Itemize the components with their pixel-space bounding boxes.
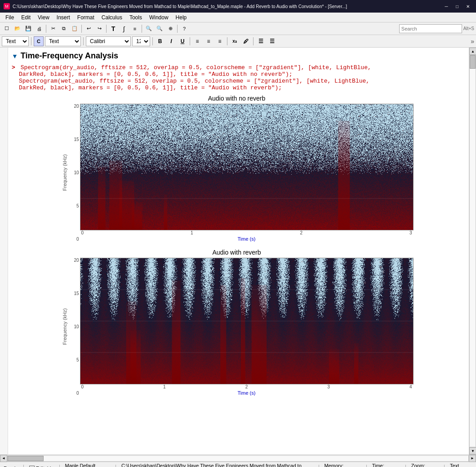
status-sep5 <box>366 465 367 467</box>
search-box[interactable]: Alt+S <box>399 24 474 33</box>
xtick2-0: 0 <box>81 384 84 389</box>
spectrogram1-canvas <box>80 104 414 230</box>
restore-button[interactable]: □ <box>453 3 462 10</box>
sep7 <box>83 37 84 45</box>
spectrogram2-plot-area: 0 1 2 3 4 Time (s) <box>80 258 414 396</box>
spectrogram1-plot-area: 0 1 2 3 Time (s) <box>80 104 414 242</box>
scroll-down-button[interactable]: ▼ <box>469 447 476 454</box>
italic-button[interactable]: I <box>166 36 176 46</box>
scroll-up-button[interactable]: ▲ <box>469 48 476 55</box>
code-text-3: Spectrogram(wet_audio, fftsize = 512, ov… <box>19 78 369 84</box>
paste-button[interactable]: 📋 <box>70 24 80 34</box>
bullet-list-button[interactable]: ☰ <box>256 36 266 46</box>
plot-button[interactable]: ≡ <box>130 24 140 34</box>
spectrogram2-xticks: 0 1 2 3 4 <box>80 384 413 389</box>
menu-view[interactable]: View <box>34 13 53 22</box>
menu-bar: File Edit View Insert Format Calculus To… <box>0 13 476 22</box>
highlight-button[interactable]: 🖊 <box>241 36 251 46</box>
open-button[interactable]: 📂 <box>13 24 22 34</box>
scroll-track[interactable] <box>469 55 476 447</box>
zoom-in-button[interactable]: 🔍 <box>155 24 165 34</box>
spectrogram2-xlabel: Time (s) <box>238 390 256 396</box>
font-dropdown[interactable]: Calibri <box>86 36 131 46</box>
collapse-toolbar-button[interactable]: » <box>471 38 474 45</box>
ytick2-10: 10 <box>74 324 79 329</box>
sep2 <box>81 25 82 33</box>
xtick1-1: 1 <box>191 230 193 235</box>
spectrogram2-ylabel: Frequency (kHz) <box>60 258 69 396</box>
status-bar: Ready ✓ Editable Maple Default Profile C… <box>0 462 476 467</box>
align-center-button[interactable]: ≡ <box>204 36 214 46</box>
save-button[interactable]: 💾 <box>23 24 33 34</box>
content-area[interactable]: ▼ Time-Frequency Analysis > Spectrogram(… <box>8 48 469 454</box>
section-title: Time-Frequency Analysis <box>21 51 118 61</box>
menu-file[interactable]: File <box>2 13 18 22</box>
xtick2-3: 3 <box>327 384 330 389</box>
minimize-button[interactable]: ─ <box>442 3 451 10</box>
left-margin <box>0 48 8 454</box>
redo-button[interactable]: ↪ <box>94 24 104 34</box>
menu-help[interactable]: Help <box>172 13 191 22</box>
status-zoom: Zoom: 100% <box>411 463 439 467</box>
bold-button[interactable]: B <box>155 36 165 46</box>
cut-button[interactable]: ✂ <box>48 24 58 34</box>
text-mode-button[interactable]: T <box>108 24 118 34</box>
spectrogram1-title: Audio with no reverb <box>12 95 462 102</box>
ytick2-0: 0 <box>76 391 79 396</box>
menu-window[interactable]: Window <box>146 13 172 22</box>
status-path: C:\Users\skhan\Desktop\Why Have These Fi… <box>121 463 313 467</box>
spectrogram1-xlabel: Time (s) <box>238 236 256 242</box>
title-left: M C:\Users\skhan\Desktop\Why Have These … <box>4 3 347 9</box>
status-mode: Text Mode <box>450 463 472 467</box>
hscroll-thumb[interactable] <box>8 456 44 461</box>
spectrogram1-container: Audio with no reverb Frequency (kHz) 20 … <box>12 95 462 242</box>
collapse-triangle[interactable]: ▼ <box>12 53 18 60</box>
spectrogram2-canvas-area <box>80 258 414 384</box>
scroll-thumb[interactable] <box>470 55 476 69</box>
search-input[interactable] <box>399 24 462 33</box>
numbered-list-button[interactable]: ☰ <box>267 36 277 46</box>
underline-button[interactable]: U <box>178 36 187 46</box>
new-button[interactable]: ☐ <box>2 24 12 34</box>
xtick2-1: 1 <box>163 384 166 389</box>
close-button[interactable]: ✕ <box>463 3 472 10</box>
hscroll-track[interactable] <box>7 455 469 462</box>
help-button[interactable]: ? <box>179 24 189 34</box>
ytick-5: 5 <box>76 203 79 208</box>
mode-dropdown[interactable]: Text Math <box>2 36 29 46</box>
code-line2: DarkRed, black], markers = [0, 0.5, 0.6,… <box>12 71 462 78</box>
ytick-0: 0 <box>76 237 79 242</box>
spectrogram2-yticks: 20 15 10 5 0 <box>70 258 80 396</box>
undo-button[interactable]: ↩ <box>84 24 93 34</box>
menu-insert[interactable]: Insert <box>53 13 74 22</box>
scroll-right-button[interactable]: ► <box>469 455 476 462</box>
xtick1-2: 2 <box>300 230 303 235</box>
align-right-button[interactable]: ≡ <box>215 36 225 46</box>
print-button[interactable]: 🖨 <box>34 24 44 34</box>
ytick2-20: 20 <box>74 258 79 263</box>
horizontal-scrollbar[interactable]: ◄ ► <box>0 454 476 462</box>
status-time: Time: 19.39s <box>372 463 400 467</box>
menu-format[interactable]: Format <box>74 13 98 22</box>
align-left-button[interactable]: ≡ <box>192 36 202 46</box>
vertical-scrollbar[interactable]: ▲ ▼ <box>469 48 476 454</box>
menu-tools[interactable]: Tools <box>126 13 146 22</box>
subscript-button[interactable]: x₂ <box>230 36 240 46</box>
style-indicator: C <box>34 36 44 46</box>
sep5 <box>177 25 178 33</box>
menu-edit[interactable]: Edit <box>18 13 34 22</box>
style-dropdown[interactable]: Text <box>45 36 81 46</box>
scroll-left-button[interactable]: ◄ <box>0 455 7 462</box>
status-sep7 <box>444 465 445 467</box>
editable-checkbox[interactable]: ✓ <box>29 466 35 467</box>
zoom-out-button[interactable]: 🔍 <box>144 24 154 34</box>
copy-button[interactable]: ⧉ <box>59 24 69 34</box>
sep1 <box>46 25 46 33</box>
main-area: ▼ Time-Frequency Analysis > Spectrogram(… <box>0 48 476 454</box>
size-dropdown[interactable]: 12 <box>132 36 150 46</box>
math-mode-button[interactable]: ∫ <box>119 24 129 34</box>
zoom-restore-button[interactable]: ⊕ <box>165 24 175 34</box>
format-toolbar: Text Math C Text Calibri 12 B I U ≡ ≡ ≡ … <box>0 35 476 48</box>
status-profile: Maple Default Profile <box>65 463 110 467</box>
menu-calculus[interactable]: Calculus <box>98 13 126 22</box>
